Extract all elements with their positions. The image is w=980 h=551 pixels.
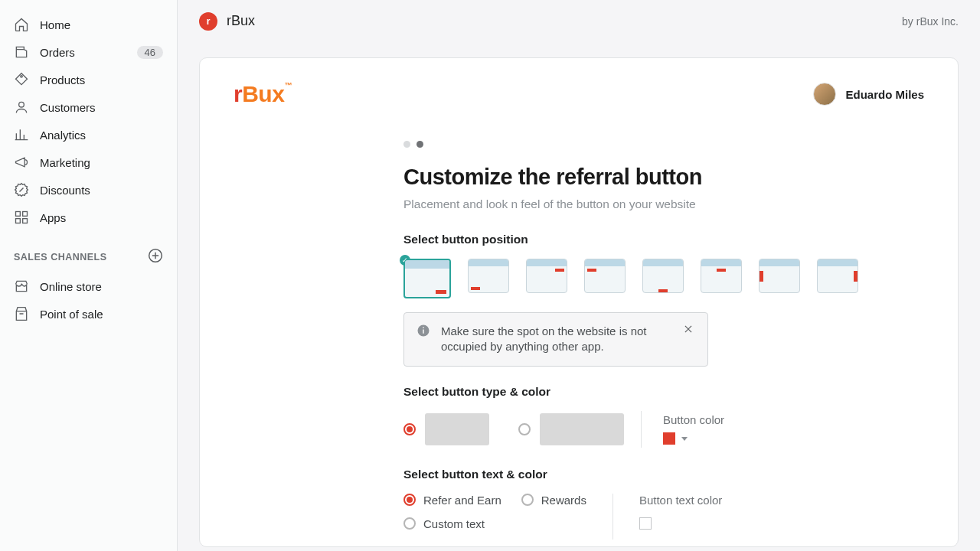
text-color-picker[interactable] (639, 517, 652, 530)
app-vendor: by rBux Inc. (902, 15, 959, 28)
step-indicator (403, 141, 871, 148)
main-area: r rBux by rBux Inc. rBux™ Eduardo Miles (178, 0, 980, 551)
wizard-subtitle: Placement and look n feel of the button … (403, 197, 871, 211)
type-row: Button color (403, 411, 871, 448)
svg-rect-8 (423, 330, 424, 334)
color-swatch (663, 432, 675, 445)
nav-label: Discounts (40, 184, 90, 197)
type-radio-2[interactable] (518, 423, 531, 435)
pos-option-bottom-center[interactable] (642, 259, 684, 293)
nav-apps[interactable]: Apps (0, 204, 177, 231)
divider (641, 411, 642, 448)
nav-home[interactable]: Home (0, 11, 177, 38)
nav-discounts[interactable]: Discounts (0, 176, 177, 204)
nav-label: Home (40, 18, 70, 31)
button-color-picker[interactable] (663, 432, 724, 445)
radio (521, 494, 534, 506)
step-dot-2 (416, 141, 423, 148)
pos-option-bottom-left[interactable] (468, 259, 509, 293)
chevron-down-icon (681, 437, 688, 441)
info-text: Make sure the spot on the website is not… (441, 324, 672, 355)
orders-icon (14, 44, 29, 60)
pos-option-side-left[interactable] (759, 259, 800, 293)
nav-orders[interactable]: Orders 46 (0, 38, 177, 66)
app-title: rBux (227, 13, 255, 29)
add-channel-icon[interactable] (148, 248, 163, 266)
user-block[interactable]: Eduardo Miles (813, 83, 924, 106)
info-banner: Make sure the spot on the website is not… (403, 312, 708, 367)
type-section-label: Select button type & color (403, 385, 871, 399)
step-dot-1 (403, 141, 410, 148)
text-opt-custom[interactable]: Custom text (403, 517, 586, 530)
type-preview-1[interactable] (425, 413, 489, 445)
text-opt-refer[interactable]: Refer and Earn (403, 494, 501, 507)
sales-channels-header: SALES CHANNELS (0, 231, 177, 272)
info-icon (416, 324, 430, 337)
orders-badge: 46 (137, 46, 163, 59)
channel-pos[interactable]: Point of sale (0, 300, 177, 328)
channel-online-store[interactable]: Online store (0, 272, 177, 300)
home-icon (14, 17, 29, 32)
nav-label: Marketing (40, 156, 90, 169)
megaphone-icon (14, 155, 29, 170)
analytics-icon (14, 127, 29, 142)
app-badge-icon: r (199, 12, 217, 31)
svg-rect-5 (23, 219, 28, 223)
tag-icon (14, 72, 29, 87)
channel-label: Point of sale (40, 308, 103, 321)
wizard: Customize the referral button Placement … (403, 141, 871, 551)
nav-customers[interactable]: Customers (0, 93, 177, 121)
button-color-label: Button color (663, 413, 724, 426)
avatar (813, 83, 836, 106)
store-icon (14, 279, 29, 294)
nav-label: Orders (40, 46, 75, 59)
pos-option-bottom-right[interactable]: ✓ (403, 259, 451, 298)
pos-option-side-right[interactable] (817, 259, 858, 293)
radio (403, 494, 416, 506)
svg-rect-9 (423, 328, 424, 329)
nav-label: Apps (40, 211, 66, 224)
text-opt-rewards[interactable]: Rewards (521, 494, 586, 507)
type-preview-2[interactable] (540, 413, 624, 445)
topbar: r rBux by rBux Inc. (178, 0, 980, 42)
text-color-label: Button text color (639, 494, 722, 507)
text-section-label: Select button text & color (403, 468, 871, 481)
text-row: Refer and Earn Rewards Custom text (403, 494, 871, 540)
channel-label: Online store (40, 280, 102, 293)
svg-point-1 (19, 102, 24, 107)
radio (403, 517, 416, 530)
nav-label: Customers (40, 101, 96, 114)
section-label: SALES CHANNELS (14, 252, 107, 262)
position-row: ✓ (403, 259, 871, 298)
rbux-logo: rBux™ (234, 81, 292, 107)
svg-rect-3 (23, 212, 28, 217)
app-card: rBux™ Eduardo Miles Customize the referr… (199, 57, 959, 547)
divider (612, 494, 613, 540)
nav-marketing[interactable]: Marketing (0, 148, 177, 176)
apps-icon (14, 210, 29, 225)
pos-option-top-center[interactable] (701, 259, 742, 293)
svg-rect-4 (16, 219, 21, 223)
position-section-label: Select button position (403, 233, 871, 246)
close-icon[interactable] (683, 324, 695, 336)
pos-option-top-right[interactable] (526, 259, 567, 293)
nav-analytics[interactable]: Analytics (0, 121, 177, 148)
svg-point-0 (21, 76, 23, 78)
wizard-title: Customize the referral button (403, 165, 871, 190)
sidebar: Home Orders 46 Products Customers Analyt… (0, 0, 178, 551)
nav-products[interactable]: Products (0, 66, 177, 93)
nav-label: Analytics (40, 129, 86, 142)
discount-icon (14, 182, 29, 197)
nav-label: Products (40, 73, 85, 86)
svg-rect-2 (16, 212, 21, 217)
pos-option-top-left[interactable] (584, 259, 626, 293)
pos-icon (14, 306, 29, 321)
user-icon (14, 99, 29, 115)
type-radio-1[interactable] (403, 423, 416, 435)
user-name: Eduardo Miles (845, 88, 924, 101)
